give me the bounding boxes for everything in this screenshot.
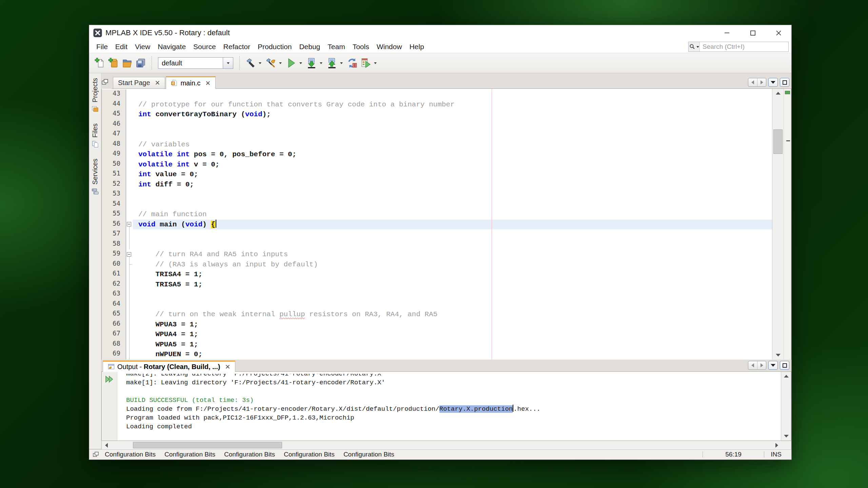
scroll-up-arrow-icon[interactable] [772,89,784,98]
build-project-dropdown-button[interactable] [257,56,263,70]
read-device-memory-dropdown-button[interactable] [339,56,344,70]
code-text[interactable]: volatile int v = 0; [133,160,772,170]
new-project-button[interactable] [107,56,120,70]
code-text[interactable]: TRISA5 = 1; [133,280,772,290]
maximize-editor-button[interactable] [780,78,789,87]
code-text[interactable]: // turn RA4 and RA5 into inputs [133,249,772,260]
new-file-button[interactable] [93,56,107,70]
menu-view[interactable]: View [131,41,154,52]
code-text[interactable] [133,300,772,310]
menu-tools[interactable]: Tools [349,41,373,52]
maximize-output-button[interactable] [780,361,789,370]
scroll-tabs-left-button[interactable] [748,78,757,86]
output-scroll-up-icon[interactable] [781,372,791,381]
fold-collapse-icon[interactable] [127,222,131,226]
build-project-button[interactable] [244,56,257,70]
output-horizontal-scrollbar[interactable] [101,441,791,450]
clean-and-build-button[interactable] [264,56,278,70]
statusbar-configuration-bits[interactable]: Configuration Bits [284,451,335,458]
output-vertical-scrollbar[interactable] [781,372,791,441]
menu-production[interactable]: Production [254,41,295,52]
code-text[interactable]: volatile int pos = 0, pos_before = 0; [133,149,772,160]
run-project-button[interactable] [284,56,298,70]
close-tab-icon[interactable]: ✕ [203,79,211,87]
output-windows-list-button[interactable] [768,361,778,370]
code-text[interactable]: int convertGrayToBinary (void); [133,109,772,120]
save-all-button[interactable] [134,56,147,70]
run-project-dropdown-button[interactable] [298,56,303,70]
code-text[interactable]: // (RA3 is always an input by default) [133,260,772,270]
make-and-program-device-dropdown-button[interactable] [318,56,324,70]
close-output-tab-icon[interactable]: ✕ [223,363,230,371]
code-text[interactable]: // main function [133,209,772,220]
sidebar-tab-files[interactable]: Files [91,123,99,150]
output-scroll-left-button[interactable] [748,361,757,369]
fold-collapse-icon[interactable] [127,252,131,257]
debug-project-button[interactable] [359,56,373,70]
code-text[interactable]: WPUA4 = 1; [133,329,772,340]
statusbar-configuration-bits[interactable]: Configuration Bits [105,451,156,458]
output-console[interactable]: make[2]: Leaving directory 'F:/Projects/… [117,372,781,441]
menu-refactor[interactable]: Refactor [220,41,254,52]
code-text[interactable] [133,200,772,210]
output-hscrollbar-thumb[interactable] [133,442,282,448]
tab-main-c[interactable]: main.c✕ [166,76,216,89]
code-text[interactable]: // turn on the weak internal pullup resi… [133,309,772,320]
close-button[interactable] [766,25,791,41]
search-input[interactable] [700,42,788,52]
output-scroll-down-icon[interactable] [781,432,791,441]
menu-edit[interactable]: Edit [112,41,131,52]
sidebar-tab-services[interactable]: Services [91,159,99,197]
search-icon[interactable] [689,42,700,52]
open-project-button[interactable] [120,56,134,70]
code-text[interactable] [133,240,772,250]
statusbar-configuration-bits[interactable]: Configuration Bits [164,451,215,458]
code-text[interactable] [133,120,772,130]
make-and-program-device-button[interactable] [305,56,318,70]
menu-navigate[interactable]: Navigate [154,41,190,52]
output-tab[interactable]: Output - Rotary (Clean, Build, ...) ✕ [103,361,235,372]
close-tab-icon[interactable]: ✕ [153,79,160,87]
clean-and-build-dropdown-button[interactable] [278,56,283,70]
output-scroll-left-icon[interactable] [102,441,111,449]
editor-scrollbar-thumb[interactable] [773,129,783,154]
code-text[interactable]: nWPUEN = 0; [133,349,772,360]
maximize-button[interactable] [740,25,766,41]
code-text[interactable] [133,229,772,240]
menu-file[interactable]: File [93,41,112,52]
tab-start-page[interactable]: Start Page✕ [113,77,165,88]
code-text[interactable]: void main (void) { [133,220,772,230]
project-configuration-combo[interactable]: default [158,57,233,69]
scroll-tabs-right-button[interactable] [757,78,766,86]
code-text[interactable]: TRISA4 = 1; [133,269,772,280]
output-scroll-right-icon[interactable] [772,441,782,449]
debug-project-dropdown-button[interactable] [373,56,378,70]
code-text[interactable] [133,189,772,200]
code-text[interactable]: int value = 0; [133,169,772,180]
output-scroll-right-button[interactable] [757,361,766,369]
code-editor[interactable]: 4344// prototype for our function that c… [101,89,791,360]
read-device-memory-button[interactable] [325,56,339,70]
menu-window[interactable]: Window [373,41,406,52]
code-text[interactable] [133,129,772,140]
minimize-button[interactable] [714,25,740,41]
menu-source[interactable]: Source [190,41,220,52]
statusbar-configuration-bits[interactable]: Configuration Bits [224,451,275,458]
opened-documents-list-button[interactable] [768,78,778,87]
sidebar-tab-projects[interactable]: Projects [91,78,99,115]
rerun-build-icon[interactable] [105,374,114,384]
code-text[interactable]: int diff = 0; [133,180,772,190]
scroll-down-arrow-icon[interactable] [772,351,784,360]
code-text[interactable]: // variables [133,140,772,150]
config-combo-dropdown-button[interactable] [223,58,233,68]
code-text[interactable] [133,289,772,300]
statusbar-configuration-bits[interactable]: Configuration Bits [343,451,394,458]
refresh-debug-tool-button[interactable] [346,56,359,70]
menu-team[interactable]: Team [324,41,349,52]
code-text[interactable] [133,89,772,100]
editor-vertical-scrollbar[interactable] [772,89,784,360]
code-text[interactable]: // prototype for our function that conve… [133,100,772,110]
menu-help[interactable]: Help [406,41,428,52]
code-text[interactable]: WPUA5 = 1; [133,340,772,350]
menu-debug[interactable]: Debug [295,41,324,52]
